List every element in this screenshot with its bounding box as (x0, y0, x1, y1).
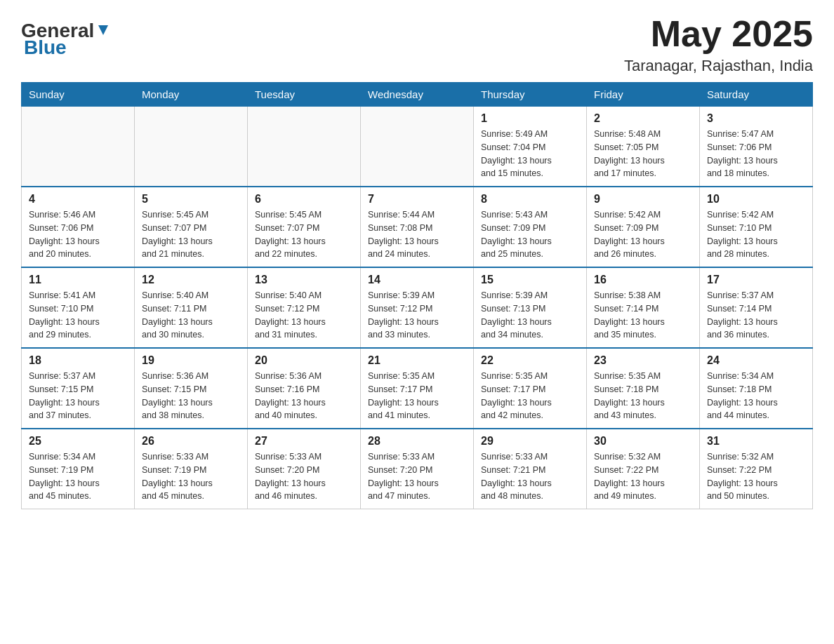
calendar-week-row: 11Sunrise: 5:41 AM Sunset: 7:10 PM Dayli… (22, 267, 813, 348)
weekday-header-row: SundayMondayTuesdayWednesdayThursdayFrid… (22, 83, 813, 107)
calendar-cell: 9Sunrise: 5:42 AM Sunset: 7:09 PM Daylig… (587, 187, 700, 267)
day-number: 11 (29, 274, 127, 286)
day-number: 18 (29, 354, 127, 367)
calendar-cell: 31Sunrise: 5:32 AM Sunset: 7:22 PM Dayli… (700, 429, 813, 509)
logo-blue: Blue (24, 36, 67, 59)
day-info: Sunrise: 5:33 AM Sunset: 7:21 PM Dayligh… (481, 450, 579, 503)
day-info: Sunrise: 5:33 AM Sunset: 7:19 PM Dayligh… (142, 450, 240, 503)
calendar-cell: 18Sunrise: 5:37 AM Sunset: 7:15 PM Dayli… (22, 348, 135, 429)
calendar-cell: 4Sunrise: 5:46 AM Sunset: 7:06 PM Daylig… (22, 187, 135, 267)
day-info: Sunrise: 5:34 AM Sunset: 7:18 PM Dayligh… (707, 370, 805, 422)
day-number: 3 (707, 112, 805, 125)
calendar-cell: 21Sunrise: 5:35 AM Sunset: 7:17 PM Dayli… (361, 348, 474, 429)
day-info: Sunrise: 5:33 AM Sunset: 7:20 PM Dayligh… (368, 450, 466, 503)
day-info: Sunrise: 5:32 AM Sunset: 7:22 PM Dayligh… (707, 450, 805, 503)
calendar-cell (361, 107, 474, 187)
calendar-cell: 29Sunrise: 5:33 AM Sunset: 7:21 PM Dayli… (474, 429, 587, 509)
day-info: Sunrise: 5:35 AM Sunset: 7:18 PM Dayligh… (594, 370, 692, 422)
calendar-cell: 11Sunrise: 5:41 AM Sunset: 7:10 PM Dayli… (22, 267, 135, 348)
day-number: 14 (368, 274, 466, 286)
calendar-week-row: 1Sunrise: 5:49 AM Sunset: 7:04 PM Daylig… (22, 107, 813, 187)
day-number: 9 (594, 193, 692, 206)
calendar-cell: 8Sunrise: 5:43 AM Sunset: 7:09 PM Daylig… (474, 187, 587, 267)
day-number: 19 (142, 354, 240, 367)
day-info: Sunrise: 5:46 AM Sunset: 7:06 PM Dayligh… (29, 208, 127, 261)
day-info: Sunrise: 5:45 AM Sunset: 7:07 PM Dayligh… (255, 208, 353, 261)
day-number: 28 (368, 435, 466, 448)
calendar-cell: 7Sunrise: 5:44 AM Sunset: 7:08 PM Daylig… (361, 187, 474, 267)
weekday-header-sunday: Sunday (22, 83, 135, 107)
month-title: May 2025 (624, 14, 813, 54)
calendar-cell (135, 107, 248, 187)
calendar-cell: 5Sunrise: 5:45 AM Sunset: 7:07 PM Daylig… (135, 187, 248, 267)
weekday-header-friday: Friday (587, 83, 700, 107)
day-number: 1 (481, 112, 579, 125)
day-info: Sunrise: 5:32 AM Sunset: 7:22 PM Dayligh… (594, 450, 692, 503)
day-number: 15 (481, 274, 579, 286)
day-info: Sunrise: 5:40 AM Sunset: 7:12 PM Dayligh… (255, 289, 353, 342)
day-number: 31 (707, 435, 805, 448)
day-number: 21 (368, 354, 466, 367)
calendar-cell: 15Sunrise: 5:39 AM Sunset: 7:13 PM Dayli… (474, 267, 587, 348)
logo: General Blue (21, 14, 111, 59)
day-number: 8 (481, 193, 579, 206)
calendar-cell: 12Sunrise: 5:40 AM Sunset: 7:11 PM Dayli… (135, 267, 248, 348)
calendar-cell: 1Sunrise: 5:49 AM Sunset: 7:04 PM Daylig… (474, 107, 587, 187)
day-info: Sunrise: 5:40 AM Sunset: 7:11 PM Dayligh… (142, 289, 240, 342)
day-number: 26 (142, 435, 240, 448)
day-number: 16 (594, 274, 692, 286)
calendar-cell (248, 107, 361, 187)
day-number: 7 (368, 193, 466, 206)
calendar-cell: 19Sunrise: 5:36 AM Sunset: 7:15 PM Dayli… (135, 348, 248, 429)
weekday-header-wednesday: Wednesday (361, 83, 474, 107)
page-header: General Blue May 2025 Taranagar, Rajasth… (21, 14, 813, 75)
calendar-table: SundayMondayTuesdayWednesdayThursdayFrid… (21, 82, 813, 509)
weekday-header-monday: Monday (135, 83, 248, 107)
calendar-cell: 3Sunrise: 5:47 AM Sunset: 7:06 PM Daylig… (700, 107, 813, 187)
day-info: Sunrise: 5:42 AM Sunset: 7:10 PM Dayligh… (707, 208, 805, 261)
day-number: 27 (255, 435, 353, 448)
calendar-cell: 16Sunrise: 5:38 AM Sunset: 7:14 PM Dayli… (587, 267, 700, 348)
location-title: Taranagar, Rajasthan, India (624, 57, 813, 75)
day-info: Sunrise: 5:39 AM Sunset: 7:12 PM Dayligh… (368, 289, 466, 342)
weekday-header-tuesday: Tuesday (248, 83, 361, 107)
day-number: 17 (707, 274, 805, 286)
calendar-cell (22, 107, 135, 187)
day-info: Sunrise: 5:36 AM Sunset: 7:16 PM Dayligh… (255, 370, 353, 422)
day-number: 25 (29, 435, 127, 448)
day-number: 29 (481, 435, 579, 448)
day-info: Sunrise: 5:34 AM Sunset: 7:19 PM Dayligh… (29, 450, 127, 503)
day-number: 10 (707, 193, 805, 206)
svg-marker-0 (98, 25, 108, 35)
calendar-cell: 30Sunrise: 5:32 AM Sunset: 7:22 PM Dayli… (587, 429, 700, 509)
day-info: Sunrise: 5:38 AM Sunset: 7:14 PM Dayligh… (594, 289, 692, 342)
day-number: 24 (707, 354, 805, 367)
day-info: Sunrise: 5:37 AM Sunset: 7:14 PM Dayligh… (707, 289, 805, 342)
day-info: Sunrise: 5:44 AM Sunset: 7:08 PM Dayligh… (368, 208, 466, 261)
day-number: 4 (29, 193, 127, 206)
calendar-week-row: 25Sunrise: 5:34 AM Sunset: 7:19 PM Dayli… (22, 429, 813, 509)
day-number: 2 (594, 112, 692, 125)
day-info: Sunrise: 5:42 AM Sunset: 7:09 PM Dayligh… (594, 208, 692, 261)
day-info: Sunrise: 5:33 AM Sunset: 7:20 PM Dayligh… (255, 450, 353, 503)
day-number: 20 (255, 354, 353, 367)
day-number: 30 (594, 435, 692, 448)
calendar-week-row: 18Sunrise: 5:37 AM Sunset: 7:15 PM Dayli… (22, 348, 813, 429)
day-info: Sunrise: 5:45 AM Sunset: 7:07 PM Dayligh… (142, 208, 240, 261)
calendar-cell: 17Sunrise: 5:37 AM Sunset: 7:14 PM Dayli… (700, 267, 813, 348)
logo-triangle-icon (95, 22, 111, 38)
calendar-cell: 14Sunrise: 5:39 AM Sunset: 7:12 PM Dayli… (361, 267, 474, 348)
day-info: Sunrise: 5:37 AM Sunset: 7:15 PM Dayligh… (29, 370, 127, 422)
day-info: Sunrise: 5:36 AM Sunset: 7:15 PM Dayligh… (142, 370, 240, 422)
weekday-header-saturday: Saturday (700, 83, 813, 107)
day-number: 12 (142, 274, 240, 286)
day-number: 13 (255, 274, 353, 286)
day-info: Sunrise: 5:41 AM Sunset: 7:10 PM Dayligh… (29, 289, 127, 342)
calendar-cell: 22Sunrise: 5:35 AM Sunset: 7:17 PM Dayli… (474, 348, 587, 429)
calendar-cell: 6Sunrise: 5:45 AM Sunset: 7:07 PM Daylig… (248, 187, 361, 267)
day-info: Sunrise: 5:49 AM Sunset: 7:04 PM Dayligh… (481, 128, 579, 180)
day-number: 5 (142, 193, 240, 206)
day-info: Sunrise: 5:39 AM Sunset: 7:13 PM Dayligh… (481, 289, 579, 342)
day-number: 6 (255, 193, 353, 206)
day-info: Sunrise: 5:35 AM Sunset: 7:17 PM Dayligh… (368, 370, 466, 422)
